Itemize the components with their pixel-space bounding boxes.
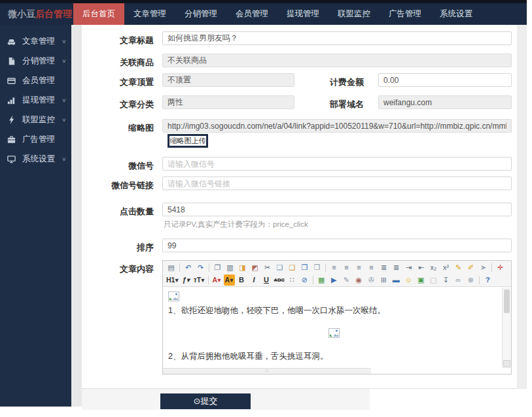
click-count-input[interactable] bbox=[162, 203, 512, 216]
editor-toolbar-button[interactable]: ↷ bbox=[195, 262, 206, 273]
sidebar-item[interactable]: 文章管理∨ bbox=[0, 31, 71, 51]
editor-toolbar-button[interactable]: ≡ bbox=[328, 262, 340, 273]
editor-toolbar-button[interactable]: I bbox=[249, 275, 260, 286]
editor-toolbar-button[interactable]: ☺ bbox=[403, 275, 414, 286]
sidebar-item[interactable]: 分销管理∨ bbox=[0, 51, 71, 71]
chevron-down-icon: ∨ bbox=[62, 97, 67, 103]
editor-toolbar-button[interactable]: x² bbox=[440, 262, 452, 273]
editor-toolbar-button[interactable]: H1▾ bbox=[166, 275, 179, 286]
wechat-id-input[interactable] bbox=[162, 157, 512, 171]
editor-toolbar-button[interactable]: ≣ bbox=[391, 262, 402, 273]
editor-toolbar-button[interactable]: ▦ bbox=[316, 275, 327, 286]
editor-toolbar-button[interactable]: ✎ bbox=[341, 275, 352, 286]
sidebar-item-label: 广告管理 bbox=[22, 134, 55, 145]
nav-tab[interactable]: 广告管理 bbox=[380, 3, 431, 25]
billing-amount-input[interactable] bbox=[378, 73, 512, 87]
brand-logo: 微小豆后台管理 bbox=[0, 3, 73, 25]
editor-toolbar-button[interactable]: ▶ bbox=[328, 275, 340, 286]
editor-content-area[interactable]: 1、欲拒还迎地吻他，轻咬下巴，他咽一次口水舔一次喉结。2、从背后拥抱他吮吸耳垂，… bbox=[163, 288, 502, 368]
top-navbar: 微小豆后台管理 后台首页文章管理分销管理会员管理提现管理联盟监控广告管理系统设置 bbox=[0, 3, 527, 25]
editor-toolbar-button[interactable]: ABC bbox=[274, 275, 285, 286]
editor-resize-grip[interactable]: ∷ bbox=[163, 368, 371, 374]
chart-icon bbox=[7, 95, 16, 105]
editor-toolbar-button[interactable]: ✂ bbox=[262, 262, 273, 273]
editor-toolbar-button[interactable]: тT▾ bbox=[193, 275, 205, 286]
editor-scrollbar-thumb[interactable] bbox=[504, 290, 510, 313]
article-pin-input[interactable] bbox=[162, 73, 294, 87]
editor-toolbar-button[interactable]: ✇ bbox=[366, 275, 377, 286]
editor-scrollbar[interactable] bbox=[502, 288, 511, 368]
nav-tab[interactable]: 系统设置 bbox=[431, 3, 482, 25]
editor-toolbar-button[interactable]: ✛ bbox=[495, 262, 506, 273]
editor-toolbar-button[interactable]: ➤ bbox=[478, 262, 489, 273]
nav-tabs: 后台首页文章管理分销管理会员管理提现管理联盟监控广告管理系统设置 bbox=[73, 3, 482, 25]
editor-toolbar-button[interactable]: ⊗ bbox=[465, 275, 476, 286]
editor-toolbar-button[interactable]: ◩ bbox=[249, 262, 260, 273]
toolbar-separator bbox=[325, 263, 326, 272]
editor-toolbar-button[interactable]: ❏ bbox=[274, 262, 285, 273]
editor-toolbar-button[interactable]: ❒ bbox=[299, 262, 310, 273]
chevron-down-icon: ∨ bbox=[62, 117, 67, 123]
sidebar-item[interactable]: 联盟监控∨ bbox=[0, 110, 71, 129]
editor-toolbar-button[interactable]: ▤ bbox=[166, 262, 177, 273]
nav-tab[interactable]: 提现管理 bbox=[277, 3, 328, 25]
sidebar-gap bbox=[71, 25, 82, 407]
toolbar-separator bbox=[179, 263, 180, 272]
editor-toolbar-button[interactable]: ≣ bbox=[378, 262, 389, 273]
editor-toolbar-button[interactable]: ƒ▾ bbox=[181, 275, 192, 286]
editor-toolbar-button[interactable]: ◉ bbox=[353, 275, 364, 286]
editor-toolbar-button[interactable]: ↧ bbox=[440, 275, 452, 286]
thumbnail-upload-button[interactable]: 缩略图上传 bbox=[168, 134, 208, 148]
editor-toolbar-button[interactable]: ◨ bbox=[237, 262, 248, 273]
sidebar-item-label: 分销管理 bbox=[22, 56, 55, 67]
deploy-domain-input[interactable] bbox=[378, 95, 512, 109]
editor-toolbar-button[interactable]: ≡ bbox=[353, 262, 364, 273]
editor-toolbar-button[interactable]: ⊞ bbox=[378, 275, 389, 286]
related-product-input[interactable] bbox=[162, 54, 512, 67]
sidebar-item[interactable]: 提现管理∨ bbox=[0, 90, 71, 110]
related-product-label: 关联商品 bbox=[83, 57, 154, 69]
editor-toolbar-button[interactable]: ≡ bbox=[366, 262, 377, 273]
nav-tab[interactable]: 后台首页 bbox=[73, 3, 124, 25]
wechat-link-input[interactable] bbox=[162, 176, 512, 190]
nav-tab[interactable]: 会员管理 bbox=[226, 3, 277, 25]
editor-toolbar-button[interactable]: A▾ bbox=[211, 275, 222, 286]
bolt-icon bbox=[7, 115, 16, 125]
article-title-input[interactable] bbox=[162, 31, 512, 45]
editor-toolbar-button[interactable]: B bbox=[236, 275, 247, 286]
editor-toolbar-button[interactable]: ✐ bbox=[465, 262, 476, 273]
editor-toolbar-button[interactable]: ? bbox=[482, 275, 493, 286]
editor-scroll-down-button[interactable] bbox=[503, 360, 510, 367]
nav-tab[interactable]: 分销管理 bbox=[175, 3, 226, 25]
editor-toolbar-button[interactable]: ≡ bbox=[341, 262, 352, 273]
editor-toolbar-button[interactable]: A▾ bbox=[224, 275, 235, 286]
sidebar-item[interactable]: 会员管理 bbox=[0, 71, 71, 90]
sort-order-input[interactable] bbox=[162, 239, 512, 252]
editor-toolbar-button[interactable]: x₂ bbox=[428, 262, 439, 273]
editor-toolbar-button[interactable]: ⇤ bbox=[416, 262, 427, 273]
editor-toolbar-button[interactable]: ✎ bbox=[453, 262, 464, 273]
editor-toolbar-button[interactable]: ▥ bbox=[224, 262, 236, 273]
editor-toolbar-button[interactable]: ↶ bbox=[183, 262, 194, 273]
nav-tab[interactable]: 文章管理 bbox=[124, 3, 175, 25]
editor-toolbar-button[interactable]: ⊘ bbox=[299, 275, 310, 286]
sidebar-item[interactable]: 系统设置∨ bbox=[0, 149, 71, 169]
submit-button[interactable]: ⊙提交 bbox=[160, 393, 251, 409]
thumbnail-url-input[interactable] bbox=[162, 119, 512, 133]
nav-tab[interactable]: 联盟监控 bbox=[328, 3, 380, 25]
editor-toolbar-button[interactable]: ∞ bbox=[453, 275, 464, 286]
editor-toolbar-button[interactable]: U bbox=[261, 275, 272, 286]
editor-toolbar-button[interactable]: ⇥ bbox=[403, 262, 414, 273]
click-count-label: 点击数量 bbox=[83, 206, 154, 218]
broken-image-icon bbox=[168, 292, 499, 303]
editor-toolbar-button[interactable]: ▬ bbox=[391, 275, 402, 286]
sidebar-item[interactable]: 广告管理 bbox=[0, 129, 71, 149]
editor-toolbar-button[interactable]: ▣ bbox=[416, 275, 427, 286]
admin-page: 微小豆后台管理 后台首页文章管理分销管理会员管理提现管理联盟监控广告管理系统设置… bbox=[0, 0, 532, 417]
editor-toolbar-button[interactable]: ∷ bbox=[287, 275, 298, 286]
editor-toolbar-button[interactable]: ▢ bbox=[428, 275, 439, 286]
editor-toolbar-button[interactable]: ❐ bbox=[212, 262, 223, 273]
editor-toolbar-button[interactable]: ❑ bbox=[287, 262, 298, 273]
article-category-input[interactable] bbox=[162, 95, 294, 109]
editor-toolbar-button[interactable]: ❒ bbox=[311, 262, 323, 273]
